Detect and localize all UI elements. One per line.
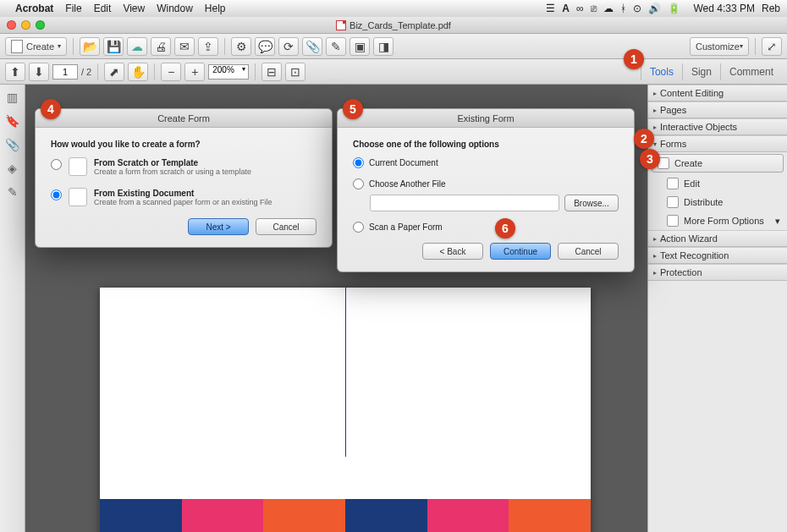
signatures-icon[interactable]: ✎ [5,184,20,200]
fit-page-icon[interactable]: ⊡ [285,63,305,81]
radio-current-doc[interactable] [353,157,364,168]
display-icon[interactable]: ⎚ [591,3,597,14]
fullscreen-icon[interactable]: ⤢ [762,37,782,56]
radio-scan-paper[interactable] [353,222,364,233]
email-icon[interactable]: ✉ [174,37,195,56]
battery-icon[interactable]: 🔋 [668,3,680,14]
badge-2: 2 [634,129,654,149]
section-protection[interactable]: Protection [648,264,787,281]
tab-sign[interactable]: Sign [682,63,720,80]
page-down-icon[interactable]: ⬇ [29,63,49,81]
option-from-scratch[interactable]: From Scratch or TemplateCreate a form fr… [51,157,316,176]
thumbnails-icon[interactable]: ▥ [5,90,20,105]
layers-icon[interactable]: ◈ [5,161,20,176]
section-action-wizard[interactable]: Action Wizard [648,230,787,247]
cloud-icon[interactable]: ☁ [127,37,147,56]
app-name[interactable]: Acrobat [15,3,53,14]
menubar-clock[interactable]: Wed 4:33 PM [694,3,755,14]
opt-scratch-desc: Create a form from scratch or using a te… [94,167,251,176]
comment-icon[interactable]: 💬 [255,37,275,56]
document-title: Biz_Cards_Template.pdf [349,20,451,30]
zoom-out-icon[interactable]: − [161,63,181,81]
attach-icon[interactable]: 📎 [302,37,322,56]
edit-form-icon [667,178,679,189]
gear-icon[interactable]: ⚙ [231,37,251,56]
browse-button[interactable]: Browse... [564,195,619,211]
opt-scratch-title: From Scratch or Template [94,158,198,167]
menu-help[interactable]: Help [205,3,226,14]
create-form-dialog-title: Create Form [36,109,332,128]
page-total-label: / 2 [81,67,91,77]
minimize-window-button[interactable] [21,20,30,30]
back-button[interactable]: < Back [422,243,483,260]
section-interactive[interactable]: Interactive Objects [648,118,787,135]
form-tool-icon[interactable]: ▣ [349,37,370,56]
tab-tools[interactable]: Tools [641,63,682,80]
option-current-document[interactable]: Current Document [353,157,619,168]
close-window-button[interactable] [7,20,16,30]
bluetooth-icon[interactable]: ᚼ [620,3,626,14]
page-up-icon[interactable]: ⬆ [5,63,25,81]
attachments-icon[interactable]: 📎 [5,137,20,152]
volume-icon[interactable]: 🔊 [648,3,661,14]
menubar-user[interactable]: Reb [762,3,780,14]
customize-button[interactable]: Customize [690,37,749,56]
main-toolbar: Create 📂 💾 ☁ 🖨 ✉ ⇪ ⚙ 💬 ⟳ 📎 ✎ ▣ ◨ Customi… [0,34,787,59]
bookmarks-icon[interactable]: 🔖 [5,113,20,129]
menu-file[interactable]: File [65,3,81,14]
cancel-button-1[interactable]: Cancel [256,218,316,235]
save-icon[interactable]: 💾 [103,37,124,56]
existing-form-prompt: Choose one of the following options [353,140,619,149]
menu-view[interactable]: View [123,3,145,14]
pdf-file-icon [336,20,346,30]
document-page [100,288,591,532]
menu-edit[interactable]: Edit [94,3,112,14]
more-tool-icon[interactable]: ◨ [373,37,394,56]
tab-comment[interactable]: Comment [720,63,782,80]
share-icon[interactable]: ⇪ [198,37,218,56]
next-button[interactable]: Next > [188,218,249,235]
finder-icon[interactable]: ☰ [546,3,555,14]
forms-more-options[interactable]: More Form Options▾ [648,211,787,230]
fit-width-icon[interactable]: ⊟ [261,63,282,81]
wifi-icon[interactable]: ⊙ [633,3,641,14]
nav-toolbar: ⬆ ⬇ / 2 ⬈ ✋ − + 200% ⊟ ⊡ Tools Sign Comm… [0,59,787,85]
create-button[interactable]: Create [5,37,67,56]
adobe-icon[interactable]: A [562,3,570,14]
continue-button[interactable]: Continue [490,243,551,260]
section-forms[interactable]: Forms [648,135,787,152]
page-number-input[interactable] [52,64,78,80]
hand-tool-icon[interactable]: ✋ [128,63,148,81]
stamp-icon[interactable]: ⟳ [278,37,299,56]
page-divider [345,288,346,457]
section-content-editing[interactable]: Content Editing [648,85,787,101]
option-from-existing[interactable]: From Existing DocumentCreate from a scan… [51,188,316,206]
sync-icon[interactable]: ☁ [603,3,614,14]
zoom-select[interactable]: 200% [208,64,249,80]
radio-from-existing[interactable] [51,189,62,200]
cancel-button-2[interactable]: Cancel [558,243,619,260]
section-text-recognition[interactable]: Text Recognition [648,247,787,264]
print-icon[interactable]: 🖨 [151,37,171,56]
forms-distribute[interactable]: Distribute [648,193,787,211]
radio-choose-another[interactable] [353,178,364,189]
option-scan-paper[interactable]: Scan a Paper Form [353,222,619,233]
forms-create[interactable]: Create [652,154,784,173]
zoom-in-icon[interactable]: + [184,63,205,81]
badge-5: 5 [343,99,363,119]
forms-edit[interactable]: Edit [648,174,787,193]
label-current-doc: Current Document [369,158,438,167]
radio-from-scratch[interactable] [51,159,62,170]
badge-1: 1 [624,49,644,69]
badge-6: 6 [495,218,515,239]
cc-icon[interactable]: ∞ [576,3,584,14]
option-choose-another[interactable]: Choose Another File [353,178,619,189]
open-icon[interactable]: 📂 [80,37,100,56]
section-pages[interactable]: Pages [648,101,787,118]
select-tool-icon[interactable]: ⬈ [104,63,124,81]
create-form-dialog: Create Form How would you like to create… [35,108,333,248]
file-path-input[interactable] [370,195,559,211]
sign-tool-icon[interactable]: ✎ [326,37,346,56]
zoom-window-button[interactable] [36,20,45,30]
menu-window[interactable]: Window [157,3,193,14]
